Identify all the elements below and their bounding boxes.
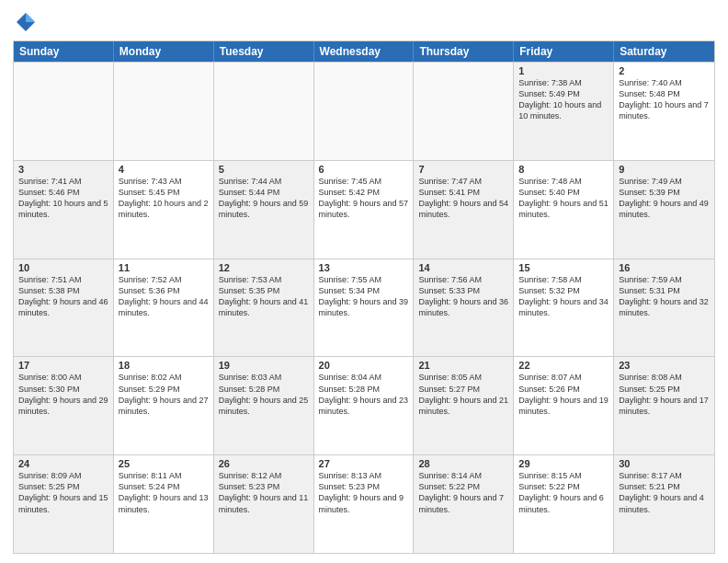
svg-marker-1 [26,13,35,22]
day-info: Sunrise: 7:40 AM Sunset: 5:48 PM Dayligh… [619,77,710,122]
day-info: Sunrise: 7:41 AM Sunset: 5:46 PM Dayligh… [18,176,108,221]
calendar-cell-empty-0-3 [314,63,415,160]
day-info: Sunrise: 7:49 AM Sunset: 5:39 PM Dayligh… [619,176,710,221]
day-number: 19 [219,360,309,371]
header [13,9,715,35]
day-number: 8 [518,164,609,175]
day-number: 20 [319,360,409,371]
day-info: Sunrise: 8:12 AM Sunset: 5:23 PM Dayligh… [219,470,309,515]
calendar-cell-6: 6Sunrise: 7:45 AM Sunset: 5:42 PM Daylig… [314,161,415,259]
calendar-cell-8: 8Sunrise: 7:48 AM Sunset: 5:40 PM Daylig… [514,161,614,259]
calendar-body: 1Sunrise: 7:38 AM Sunset: 5:49 PM Daylig… [14,62,714,553]
calendar-cell-10: 10Sunrise: 7:51 AM Sunset: 5:38 PM Dayli… [14,259,114,357]
calendar-cell-18: 18Sunrise: 8:02 AM Sunset: 5:29 PM Dayli… [114,357,214,454]
calendar-cell-5: 5Sunrise: 7:44 AM Sunset: 5:44 PM Daylig… [214,161,314,259]
day-number: 18 [119,360,209,371]
day-info: Sunrise: 8:13 AM Sunset: 5:23 PM Dayligh… [319,470,409,515]
day-number: 1 [518,65,609,76]
day-number: 13 [319,262,409,273]
logo [13,9,42,35]
day-info: Sunrise: 7:53 AM Sunset: 5:35 PM Dayligh… [219,274,309,319]
day-number: 28 [418,458,508,469]
calendar-cell-23: 23Sunrise: 8:08 AM Sunset: 5:25 PM Dayli… [614,357,714,454]
day-info: Sunrise: 8:04 AM Sunset: 5:28 PM Dayligh… [319,372,409,417]
day-number: 14 [418,262,508,273]
calendar-cell-14: 14Sunrise: 7:56 AM Sunset: 5:33 PM Dayli… [414,259,514,357]
day-number: 29 [518,458,609,469]
calendar-cell-9: 9Sunrise: 7:49 AM Sunset: 5:39 PM Daylig… [614,161,714,259]
day-info: Sunrise: 8:03 AM Sunset: 5:28 PM Dayligh… [219,372,309,417]
day-number: 4 [119,164,209,175]
calendar-cell-17: 17Sunrise: 8:00 AM Sunset: 5:30 PM Dayli… [14,357,114,454]
logo-icon [13,9,39,35]
day-info: Sunrise: 7:59 AM Sunset: 5:31 PM Dayligh… [619,274,710,319]
calendar-header: SundayMondayTuesdayWednesdayThursdayFrid… [14,41,714,62]
day-info: Sunrise: 8:15 AM Sunset: 5:22 PM Dayligh… [518,470,609,515]
calendar-cell-15: 15Sunrise: 7:58 AM Sunset: 5:32 PM Dayli… [514,259,614,357]
calendar-cell-empty-0-0 [14,63,114,160]
calendar-cell-2: 2Sunrise: 7:40 AM Sunset: 5:48 PM Daylig… [614,63,714,160]
day-info: Sunrise: 7:45 AM Sunset: 5:42 PM Dayligh… [319,176,409,221]
calendar-row-1: 1Sunrise: 7:38 AM Sunset: 5:49 PM Daylig… [14,62,714,160]
calendar-cell-26: 26Sunrise: 8:12 AM Sunset: 5:23 PM Dayli… [214,455,314,553]
day-info: Sunrise: 8:09 AM Sunset: 5:25 PM Dayligh… [18,470,108,515]
day-info: Sunrise: 7:43 AM Sunset: 5:45 PM Dayligh… [119,176,209,221]
day-number: 26 [219,458,309,469]
day-info: Sunrise: 8:08 AM Sunset: 5:25 PM Dayligh… [619,372,710,417]
header-cell-sunday: Sunday [14,41,114,62]
day-number: 5 [219,164,309,175]
calendar-cell-16: 16Sunrise: 7:59 AM Sunset: 5:31 PM Dayli… [614,259,714,357]
day-info: Sunrise: 7:47 AM Sunset: 5:41 PM Dayligh… [418,176,508,221]
day-number: 24 [18,458,108,469]
calendar-cell-24: 24Sunrise: 8:09 AM Sunset: 5:25 PM Dayli… [14,455,114,553]
day-number: 30 [619,458,710,469]
day-number: 23 [619,360,710,371]
calendar-cell-13: 13Sunrise: 7:55 AM Sunset: 5:34 PM Dayli… [314,259,415,357]
day-number: 21 [418,360,508,371]
calendar-cell-empty-0-2 [214,63,314,160]
header-cell-monday: Monday [114,41,214,62]
day-number: 17 [18,360,108,371]
header-cell-saturday: Saturday [614,41,714,62]
day-info: Sunrise: 8:11 AM Sunset: 5:24 PM Dayligh… [119,470,209,515]
header-cell-friday: Friday [514,41,614,62]
day-info: Sunrise: 8:05 AM Sunset: 5:27 PM Dayligh… [418,372,508,417]
day-number: 6 [319,164,409,175]
calendar: SundayMondayTuesdayWednesdayThursdayFrid… [13,40,715,554]
day-info: Sunrise: 8:17 AM Sunset: 5:21 PM Dayligh… [619,470,710,515]
day-number: 7 [418,164,508,175]
calendar-cell-4: 4Sunrise: 7:43 AM Sunset: 5:45 PM Daylig… [114,161,214,259]
day-number: 10 [18,262,108,273]
calendar-cell-20: 20Sunrise: 8:04 AM Sunset: 5:28 PM Dayli… [314,357,415,454]
calendar-row-2: 3Sunrise: 7:41 AM Sunset: 5:46 PM Daylig… [14,160,714,259]
day-number: 16 [619,262,710,273]
calendar-cell-22: 22Sunrise: 8:07 AM Sunset: 5:26 PM Dayli… [514,357,614,454]
calendar-cell-1: 1Sunrise: 7:38 AM Sunset: 5:49 PM Daylig… [514,63,614,160]
page: SundayMondayTuesdayWednesdayThursdayFrid… [0,0,728,563]
day-number: 3 [18,164,108,175]
day-info: Sunrise: 7:51 AM Sunset: 5:38 PM Dayligh… [18,274,108,319]
calendar-cell-21: 21Sunrise: 8:05 AM Sunset: 5:27 PM Dayli… [414,357,514,454]
header-cell-tuesday: Tuesday [214,41,314,62]
day-number: 25 [119,458,209,469]
calendar-cell-29: 29Sunrise: 8:15 AM Sunset: 5:22 PM Dayli… [514,455,614,553]
header-cell-wednesday: Wednesday [314,41,415,62]
calendar-cell-28: 28Sunrise: 8:14 AM Sunset: 5:22 PM Dayli… [414,455,514,553]
day-number: 12 [219,262,309,273]
calendar-cell-30: 30Sunrise: 8:17 AM Sunset: 5:21 PM Dayli… [614,455,714,553]
day-info: Sunrise: 8:00 AM Sunset: 5:30 PM Dayligh… [18,372,108,417]
day-info: Sunrise: 7:52 AM Sunset: 5:36 PM Dayligh… [119,274,209,319]
calendar-cell-12: 12Sunrise: 7:53 AM Sunset: 5:35 PM Dayli… [214,259,314,357]
calendar-cell-empty-0-4 [414,63,514,160]
header-cell-thursday: Thursday [414,41,514,62]
day-info: Sunrise: 7:38 AM Sunset: 5:49 PM Dayligh… [518,77,609,122]
day-number: 22 [518,360,609,371]
calendar-cell-3: 3Sunrise: 7:41 AM Sunset: 5:46 PM Daylig… [14,161,114,259]
day-info: Sunrise: 7:55 AM Sunset: 5:34 PM Dayligh… [319,274,409,319]
day-info: Sunrise: 7:56 AM Sunset: 5:33 PM Dayligh… [418,274,508,319]
calendar-cell-7: 7Sunrise: 7:47 AM Sunset: 5:41 PM Daylig… [414,161,514,259]
calendar-cell-11: 11Sunrise: 7:52 AM Sunset: 5:36 PM Dayli… [114,259,214,357]
calendar-row-3: 10Sunrise: 7:51 AM Sunset: 5:38 PM Dayli… [14,259,714,357]
day-number: 15 [518,262,609,273]
day-info: Sunrise: 8:02 AM Sunset: 5:29 PM Dayligh… [119,372,209,417]
